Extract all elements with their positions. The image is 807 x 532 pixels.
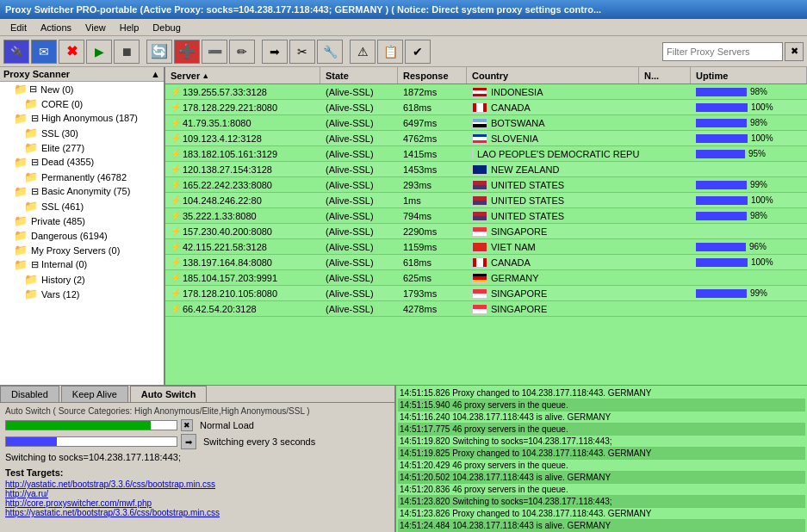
table-row[interactable]: ⚡ 185.104.157.203:9991 (Alive-SSL) 625ms…	[165, 270, 807, 286]
toolbar-wrench-btn[interactable]: 🔧	[317, 40, 343, 64]
log-line: 14:51:15.826 Proxy changed to 104.238.17…	[398, 387, 805, 399]
menu-edit[interactable]: Edit	[3, 21, 34, 34]
menu-help[interactable]: Help	[113, 21, 146, 34]
table-row[interactable]: ⚡ 183.182.105.161:3129 (Alive-SSL) 1415m…	[165, 146, 807, 162]
tree-item-internal[interactable]: 📁 ⊟ Internal (0)	[0, 257, 164, 272]
sort-arrow-server: ▲	[202, 71, 209, 80]
test-url-2[interactable]: http://ya.ru/	[5, 489, 389, 498]
table-row[interactable]: ⚡ 42.115.221.58:3128 (Alive-SSL) 1159ms …	[165, 239, 807, 255]
table-row[interactable]: ⚡ 41.79.35.1:8080 (Alive-SSL) 6497ms BOT…	[165, 115, 807, 131]
uptime-bar	[696, 181, 747, 189]
tab-auto-switch[interactable]: Auto Switch	[130, 386, 208, 402]
test-url-3[interactable]: http://core.proxyswitcher.com/mwf.php	[5, 498, 389, 508]
tree-item-private[interactable]: 📁 Private (485)	[0, 213, 164, 228]
td-response: 293ms	[398, 179, 467, 191]
filter-input[interactable]	[662, 42, 783, 61]
toolbar-connect-btn[interactable]: 🔌	[3, 40, 29, 64]
toolbar-stop2-btn[interactable]: ⏹	[114, 40, 140, 64]
tree-item-new[interactable]: 📁 ⊟ New (0)	[0, 82, 164, 96]
toolbar-check-btn[interactable]: ✔	[405, 40, 431, 64]
collapse-icon[interactable]: ▲	[151, 69, 160, 79]
folder-icon-elite: 📁	[24, 141, 38, 154]
td-response: 625ms	[398, 272, 467, 284]
td-response: 618ms	[398, 257, 467, 269]
col-header-country[interactable]: Country	[467, 67, 639, 84]
tree-item-high-anon[interactable]: 📁 ⊟ High Anonymous (187)	[0, 111, 164, 126]
tree-item-core[interactable]: 📁 CORE (0)	[0, 96, 164, 111]
server-icon: ⚡	[171, 164, 181, 174]
folder-icon-history: 📁	[24, 273, 38, 286]
tree-label-elite: Elite (277)	[41, 143, 84, 153]
toolbar-scissors-btn[interactable]: ✂	[289, 40, 315, 64]
col-header-response[interactable]: Response	[398, 67, 467, 84]
col-header-state[interactable]: State	[320, 67, 398, 84]
td-country: VIET NAM	[467, 241, 639, 253]
server-icon: ⚡	[171, 273, 181, 282]
col-header-n[interactable]: N...	[639, 67, 691, 84]
test-url-4[interactable]: https://yastatic.net/bootstrap/3.3.6/css…	[5, 508, 389, 517]
table-row[interactable]: ⚡ 157.230.40.200:8080 (Alive-SSL) 2290ms…	[165, 224, 807, 239]
filter-clear-btn[interactable]: ✖	[785, 42, 804, 61]
toolbar-refresh-btn[interactable]: 🔄	[146, 40, 172, 64]
left-panel-header: Proxy Scanner ▲	[0, 67, 164, 82]
uptime-bar	[696, 134, 748, 143]
table-row[interactable]: ⚡ 109.123.4.12:3128 (Alive-SSL) 4762ms S…	[165, 131, 807, 146]
tree-item-basic[interactable]: 📁 ⊟ Basic Anonymity (75)	[0, 184, 164, 199]
tree-item-history[interactable]: 📁 History (2)	[0, 272, 164, 287]
folder-icon-dead: 📁	[14, 156, 28, 169]
test-url-1[interactable]: http://yastatic.net/bootstrap/3.3.6/css/…	[5, 479, 389, 489]
td-uptime	[691, 277, 807, 279]
switch-arrow-btn[interactable]: ➡	[181, 434, 196, 449]
td-response: 1453ms	[398, 164, 467, 176]
td-server: ⚡ 157.230.40.200:8080	[165, 226, 320, 238]
toolbar-play-btn[interactable]: ▶	[86, 40, 112, 64]
uptime-bar	[696, 243, 746, 251]
table-row[interactable]: ⚡ 139.255.57.33:3128 (Alive-SSL) 1872ms …	[165, 84, 807, 100]
td-country: SINGAPORE	[467, 226, 639, 238]
toolbar-email-btn[interactable]: ✉	[31, 40, 57, 64]
toolbar-edit-btn[interactable]: ✏	[229, 40, 255, 64]
tree-item-dangerous[interactable]: 📁 Dangerous (6194)	[0, 228, 164, 243]
table-row[interactable]: ⚡ 104.248.246.22:80 (Alive-SSL) 1ms UNIT…	[165, 193, 807, 208]
col-header-server[interactable]: Server ▲	[165, 67, 320, 84]
tree-item-my-proxies[interactable]: 📁 My Proxy Servers (0)	[0, 243, 164, 257]
progress-bar-switch-bg	[5, 436, 177, 447]
tab-disabled[interactable]: Disabled	[0, 386, 59, 402]
log-line: 14:51:23.826 Proxy changed to 104.238.17…	[398, 508, 805, 520]
log-line: 14:51:20.836 46 proxy servers in the que…	[398, 484, 805, 496]
toolbar-warn-btn[interactable]: ⚠	[350, 40, 376, 64]
tree-item-ssl1[interactable]: 📁 SSL (30)	[0, 126, 164, 140]
table-row[interactable]: ⚡ 35.222.1.33:8080 (Alive-SSL) 794ms UNI…	[165, 208, 807, 224]
tree-item-dead[interactable]: 📁 ⊟ Dead (4355)	[0, 155, 164, 170]
td-server: ⚡ 185.104.157.203:9991	[165, 272, 320, 284]
proxy-table: Server ▲ State Response Country N... Upt…	[165, 67, 807, 385]
title-bar: Proxy Switcher PRO-portable (Active Prox…	[0, 0, 807, 19]
toolbar-stop-btn[interactable]: ✖	[59, 40, 84, 64]
table-row[interactable]: ⚡ 138.197.164.84:8080 (Alive-SSL) 618ms …	[165, 255, 807, 270]
progress-close-btn[interactable]: ✖	[181, 419, 193, 431]
tree-item-ssl2[interactable]: 📁 SSL (461)	[0, 199, 164, 213]
table-row[interactable]: ⚡ 178.128.210.105:8080 (Alive-SSL) 1793m…	[165, 286, 807, 301]
bottom-left-panel: Disabled Keep Alive Auto Switch Auto Swi…	[0, 386, 396, 532]
tree-item-vars[interactable]: 📁 Vars (12)	[0, 287, 164, 301]
table-row[interactable]: ⚡ 178.128.229.221:8080 (Alive-SSL) 618ms…	[165, 100, 807, 115]
toolbar-minus-btn[interactable]: ➖	[202, 40, 227, 64]
uptime-text: 95%	[748, 149, 766, 158]
td-response: 2290ms	[398, 226, 467, 238]
menu-view[interactable]: View	[78, 21, 113, 34]
tab-keep-alive[interactable]: Keep Alive	[61, 386, 128, 402]
td-uptime: 100%	[691, 257, 807, 268]
tree-item-perm[interactable]: 📁 Permanently (46782	[0, 170, 164, 184]
toolbar-arrow-btn[interactable]: ➡	[262, 40, 288, 64]
tree-item-elite[interactable]: 📁 Elite (277)	[0, 140, 164, 155]
table-row[interactable]: ⚡ 66.42.54.20:3128 (Alive-SSL) 4278ms SI…	[165, 301, 807, 317]
folder-icon-private: 📁	[14, 214, 28, 227]
menu-debug[interactable]: Debug	[146, 21, 187, 34]
col-header-uptime[interactable]: Uptime	[691, 67, 807, 84]
toolbar-add-btn[interactable]: ➕	[174, 40, 200, 64]
menu-actions[interactable]: Actions	[34, 21, 78, 34]
toolbar-doc-btn[interactable]: 📋	[377, 40, 403, 64]
server-icon: ⚡	[171, 180, 181, 189]
table-row[interactable]: ⚡ 165.22.242.233:8080 (Alive-SSL) 293ms …	[165, 177, 807, 193]
table-row[interactable]: ⚡ 120.138.27.154:3128 (Alive-SSL) 1453ms…	[165, 162, 807, 177]
